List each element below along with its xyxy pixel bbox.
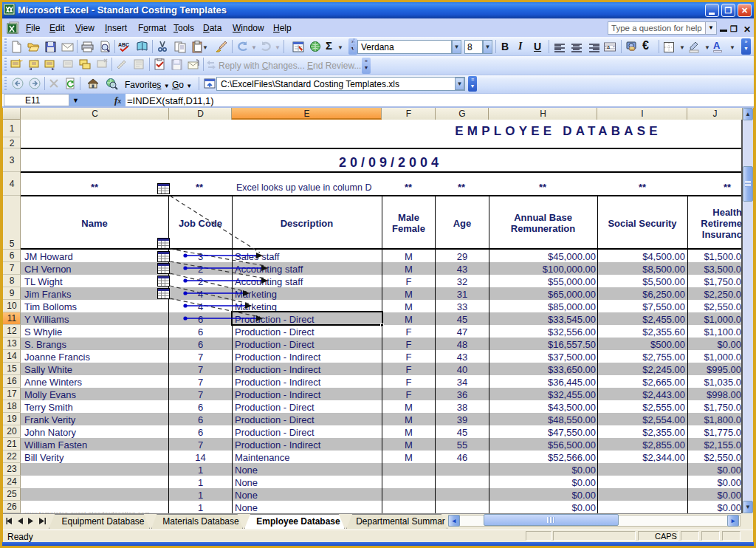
svg-text:a: a bbox=[607, 44, 610, 49]
